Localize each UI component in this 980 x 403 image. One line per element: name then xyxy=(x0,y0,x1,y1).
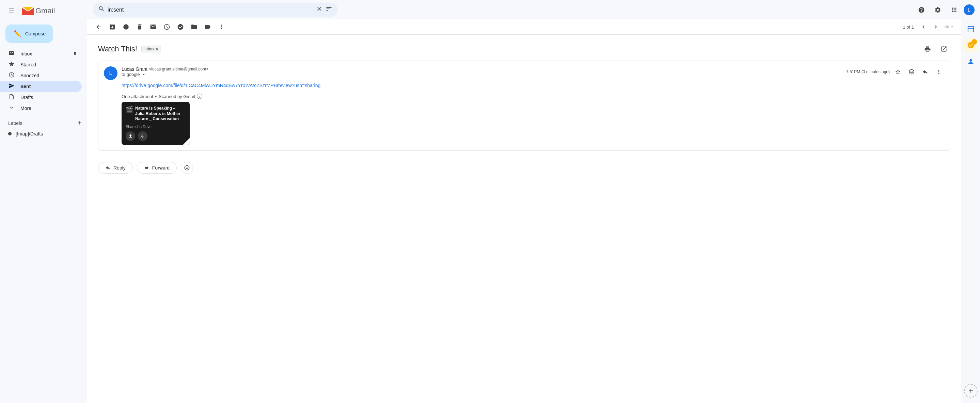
reply-message-button[interactable] xyxy=(920,67,931,77)
attachment-subtitle: Shared in Drive xyxy=(126,125,186,129)
sidebar-item-inbox[interactable]: Inbox 9 xyxy=(0,48,82,59)
sidebar-item-more[interactable]: More xyxy=(0,103,82,114)
labels-add-button[interactable]: + xyxy=(78,119,82,127)
tasks-panel-button[interactable]: ! xyxy=(964,38,978,52)
more-label: More xyxy=(21,106,76,111)
snoozed-label: Snoozed xyxy=(21,73,76,78)
label-dot xyxy=(8,132,11,135)
compose-button[interactable]: ✏️ Compose xyxy=(5,24,53,43)
email-subject-row: Watch This! Inbox × xyxy=(98,43,950,55)
message-body: https://drive.google.com/file/d/1jCaC4Ml… xyxy=(99,83,950,94)
view-toggle-button[interactable] xyxy=(943,21,956,32)
hamburger-menu[interactable] xyxy=(5,4,19,18)
email-message: L Lucas Grant <lucas.grant.eltima@gmail.… xyxy=(98,60,950,151)
search-input[interactable] xyxy=(108,7,313,13)
inbox-tag-remove[interactable]: × xyxy=(156,47,158,51)
label-imap-drafts[interactable]: [Imap]/Drafts xyxy=(8,130,82,138)
topbar-right: L xyxy=(915,3,975,17)
search-box xyxy=(92,3,338,17)
drive-link[interactable]: https://drive.google.com/file/d/1jCaC4Ml… xyxy=(122,83,320,88)
download-attachment-button[interactable] xyxy=(126,132,135,141)
sent-label: Sent xyxy=(21,84,76,89)
attachment-title: Nature Is Speaking – Julia Roberts is Mo… xyxy=(135,106,186,122)
calendar-panel-button[interactable] xyxy=(964,22,978,36)
label-button[interactable] xyxy=(202,21,214,33)
print-button[interactable] xyxy=(921,43,934,55)
film-icon: 🎬 xyxy=(126,106,133,113)
forward-label: Forward xyxy=(152,165,170,171)
apps-button[interactable] xyxy=(947,3,961,17)
move-to-button[interactable] xyxy=(188,21,200,33)
email-content-area: Watch This! Inbox × L xyxy=(87,35,961,403)
sender-avatar: L xyxy=(104,67,118,80)
save-to-drive-button[interactable] xyxy=(138,132,148,141)
sender-name: Lucas Grant xyxy=(122,67,148,72)
message-meta: 7:51PM (0 minutes ago) xyxy=(846,67,944,77)
sidebar-item-sent[interactable]: Sent xyxy=(0,81,82,92)
email-toolbar: 1 of 1 xyxy=(87,19,961,35)
sidebar-item-drafts[interactable]: Drafts xyxy=(0,92,82,103)
tasks-badge: ! xyxy=(972,39,977,44)
search-clear-button[interactable] xyxy=(316,5,323,14)
email-subject-text: Watch This! xyxy=(98,44,137,54)
open-in-new-button[interactable] xyxy=(938,43,950,55)
inbox-label: Inbox xyxy=(21,51,68,57)
back-button[interactable] xyxy=(92,21,105,33)
forward-button[interactable]: Forward xyxy=(137,162,177,174)
attachment-actions xyxy=(126,132,186,141)
archive-button[interactable] xyxy=(106,21,118,33)
compose-label: Compose xyxy=(25,31,46,36)
settings-button[interactable] xyxy=(931,3,945,17)
attachment-label: One attachment • Scanned by Gmail i xyxy=(122,94,944,99)
search-icon xyxy=(98,5,105,14)
add-task-button[interactable] xyxy=(174,21,186,33)
sender-info: Lucas Grant <lucas.grant.eltima@gmail.co… xyxy=(122,67,842,77)
next-email-button[interactable] xyxy=(930,21,941,32)
inbox-icon xyxy=(8,50,15,57)
reply-button[interactable]: Reply xyxy=(98,162,133,174)
pencil-icon: ✏️ xyxy=(14,30,21,37)
message-header: L Lucas Grant <lucas.grant.eltima@gmail.… xyxy=(99,61,950,83)
search-filter-button[interactable] xyxy=(326,5,332,14)
more-actions-button[interactable] xyxy=(215,21,228,33)
prev-email-button[interactable] xyxy=(918,21,929,32)
report-spam-button[interactable] xyxy=(120,21,132,33)
user-avatar[interactable]: L xyxy=(964,5,975,15)
message-time: 7:51PM (0 minutes ago) xyxy=(846,70,890,74)
snoozed-icon xyxy=(8,72,15,79)
help-button[interactable] xyxy=(915,3,928,17)
starred-label: Starred xyxy=(21,62,76,67)
contacts-panel-button[interactable] xyxy=(964,55,978,68)
sidebar-item-starred[interactable]: Starred xyxy=(0,59,82,70)
inbox-count: 9 xyxy=(74,51,76,56)
attachment-section: One attachment • Scanned by Gmail i 🎬 Na… xyxy=(99,94,950,151)
labels-title: Labels xyxy=(8,121,22,126)
drafts-icon xyxy=(8,94,15,101)
reply-section: Reply Forward xyxy=(98,156,950,179)
emoji-reaction-button[interactable] xyxy=(181,162,193,174)
star-icon xyxy=(8,61,15,68)
delete-button[interactable] xyxy=(134,21,146,33)
more-message-button[interactable] xyxy=(933,67,944,77)
sent-icon xyxy=(8,83,15,90)
svg-rect-0 xyxy=(9,8,14,9)
gmail-logo: Gmail xyxy=(22,6,55,16)
emoji-react-button[interactable] xyxy=(906,67,917,77)
label-name: [Imap]/Drafts xyxy=(16,131,43,136)
star-message-button[interactable] xyxy=(892,67,904,77)
svg-rect-1 xyxy=(9,11,14,11)
info-icon: i xyxy=(197,94,202,99)
attachment-card[interactable]: 🎬 Nature Is Speaking – Julia Roberts is … xyxy=(122,102,190,145)
more-icon xyxy=(8,105,15,112)
svg-rect-2 xyxy=(9,13,14,13)
sidebar-item-snoozed[interactable]: Snoozed xyxy=(0,70,82,81)
topbar: L xyxy=(87,0,980,19)
page-info: 1 of 1 xyxy=(903,24,914,30)
mark-unread-button[interactable] xyxy=(147,21,159,33)
add-panel-button[interactable] xyxy=(964,384,978,398)
inbox-tag-label: Inbox xyxy=(145,47,154,51)
email-panel: 1 of 1 Watch This! Inbox xyxy=(87,19,961,403)
sender-to: to google xyxy=(122,72,842,77)
snooze-button[interactable] xyxy=(161,21,173,33)
right-panel: ! xyxy=(961,19,980,403)
